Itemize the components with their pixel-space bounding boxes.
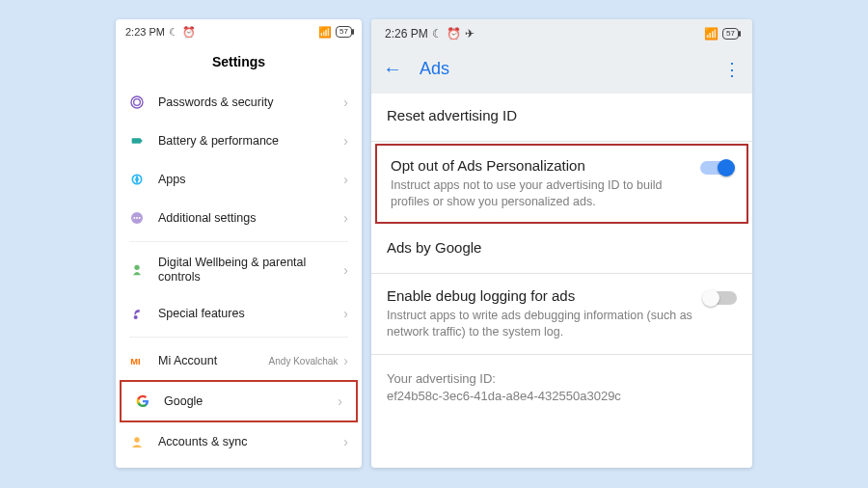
svg-point-6 bbox=[133, 217, 135, 219]
advertising-id-footer: Your advertising ID: ef24b58c-3ec6-41da-… bbox=[371, 355, 752, 420]
chevron-right-icon: › bbox=[343, 95, 348, 110]
moon-icon: ☾ bbox=[169, 26, 178, 39]
chevron-right-icon: › bbox=[343, 353, 348, 368]
back-arrow-icon[interactable]: ← bbox=[383, 58, 402, 80]
settings-item-battery[interactable]: Battery & performance › bbox=[116, 122, 362, 160]
settings-item-label: Special features bbox=[158, 307, 343, 321]
page-title: Settings bbox=[116, 44, 362, 83]
svg-point-8 bbox=[139, 217, 141, 219]
telegram-icon: ✈ bbox=[465, 27, 475, 41]
settings-item-label: Apps bbox=[158, 173, 343, 187]
settings-item-passwords[interactable]: Passwords & security › bbox=[116, 83, 362, 122]
chevron-right-icon: › bbox=[343, 306, 348, 321]
settings-screen: 2:23 PM ☾ ⏰ 📶 57 Settings Passwords & se… bbox=[116, 19, 362, 468]
status-time: 2:23 PM bbox=[125, 26, 165, 38]
mi-account-value: Andy Kovalchak bbox=[269, 356, 339, 366]
divider bbox=[129, 241, 348, 242]
ads-item-debug-logging[interactable]: Enable debug logging for ads Instruct ap… bbox=[371, 274, 752, 355]
settings-item-label: Passwords & security bbox=[158, 95, 343, 110]
debug-logging-toggle[interactable] bbox=[704, 291, 737, 305]
signal-icon: 📶 bbox=[704, 27, 719, 41]
chevron-right-icon: › bbox=[343, 172, 348, 187]
ads-item-reset-advertising-id[interactable]: Reset advertising ID bbox=[371, 94, 752, 142]
settings-item-google[interactable]: Google › bbox=[120, 380, 358, 422]
ads-item-desc: Instruct apps not to use your advertisin… bbox=[391, 177, 691, 210]
settings-list: Passwords & security › Battery & perform… bbox=[116, 83, 362, 468]
svg-point-12 bbox=[134, 437, 139, 442]
settings-item-mi-account[interactable]: MI Mi Account Andy Kovalchak › bbox=[116, 341, 362, 380]
chevron-right-icon: › bbox=[343, 262, 348, 278]
ads-item-opt-out[interactable]: Opt out of Ads Personalization Instruct … bbox=[375, 144, 748, 224]
fingerprint-icon bbox=[127, 93, 147, 112]
apps-icon bbox=[127, 170, 147, 189]
settings-item-apps[interactable]: Apps › bbox=[116, 160, 362, 199]
settings-item-label: Accounts & sync bbox=[158, 435, 343, 449]
account-icon bbox=[127, 432, 147, 451]
advertising-id-value: ef24b58c-3ec6-41da-a8e4-432550a3029c bbox=[387, 388, 737, 405]
svg-rect-2 bbox=[132, 138, 141, 143]
dots-icon bbox=[127, 208, 147, 228]
ads-item-desc: Instruct apps to write ads debugging inf… bbox=[387, 308, 694, 340]
chevron-right-icon: › bbox=[343, 210, 348, 226]
chevron-right-icon: › bbox=[343, 133, 348, 149]
chevron-right-icon: › bbox=[343, 434, 348, 449]
battery-icon bbox=[127, 131, 147, 150]
signal-icon: 📶 bbox=[318, 26, 332, 39]
advertising-id-label: Your advertising ID: bbox=[387, 370, 737, 388]
ads-item-ads-by-google[interactable]: Ads by Google bbox=[371, 226, 752, 274]
settings-item-accounts-sync[interactable]: Accounts & sync › bbox=[116, 422, 362, 461]
svg-point-10 bbox=[134, 315, 138, 319]
mi-icon: MI bbox=[127, 351, 147, 370]
status-bar: 2:26 PM ☾ ⏰ ✈ 📶 57 bbox=[371, 19, 752, 48]
svg-rect-3 bbox=[141, 140, 142, 143]
opt-out-toggle[interactable] bbox=[700, 161, 733, 175]
settings-item-special[interactable]: Special features › bbox=[116, 294, 362, 333]
chevron-right-icon: › bbox=[338, 393, 342, 409]
divider bbox=[129, 337, 348, 338]
kebab-menu-icon[interactable]: ⋮ bbox=[723, 59, 741, 80]
settings-item-label: Google bbox=[164, 394, 338, 409]
ads-item-title: Reset advertising ID bbox=[387, 107, 737, 123]
settings-item-label: Digital Wellbeing & parental controls bbox=[158, 256, 343, 285]
svg-point-9 bbox=[134, 265, 139, 270]
alarm-icon: ⏰ bbox=[447, 27, 461, 41]
moon-icon: ☾ bbox=[432, 27, 443, 41]
status-bar: 2:23 PM ☾ ⏰ 📶 57 bbox=[116, 19, 362, 44]
battery-icon: 57 bbox=[336, 26, 352, 38]
ads-screen: 2:26 PM ☾ ⏰ ✈ 📶 57 ← Ads ⋮ Reset adverti… bbox=[371, 19, 752, 468]
settings-item-label: Mi Account bbox=[158, 354, 269, 368]
google-icon bbox=[133, 392, 152, 411]
settings-item-additional[interactable]: Additional settings › bbox=[116, 199, 362, 237]
ads-header: ← Ads ⋮ bbox=[371, 48, 752, 94]
svg-text:MI: MI bbox=[130, 357, 140, 366]
settings-item-label: Battery & performance bbox=[158, 134, 343, 149]
battery-icon: 57 bbox=[722, 28, 739, 40]
ads-item-title: Enable debug logging for ads bbox=[387, 287, 694, 304]
ads-item-title: Ads by Google bbox=[387, 239, 737, 256]
wellbeing-icon bbox=[127, 260, 147, 280]
svg-point-0 bbox=[131, 96, 143, 108]
special-icon bbox=[127, 304, 147, 323]
ads-item-title: Opt out of Ads Personalization bbox=[391, 157, 691, 174]
settings-item-label: Additional settings bbox=[158, 211, 343, 226]
status-time: 2:26 PM bbox=[385, 27, 428, 41]
page-title: Ads bbox=[420, 59, 723, 79]
svg-point-1 bbox=[134, 99, 141, 106]
settings-item-wellbeing[interactable]: Digital Wellbeing & parental controls › bbox=[116, 246, 362, 294]
alarm-icon: ⏰ bbox=[182, 26, 196, 39]
svg-point-7 bbox=[136, 217, 138, 219]
